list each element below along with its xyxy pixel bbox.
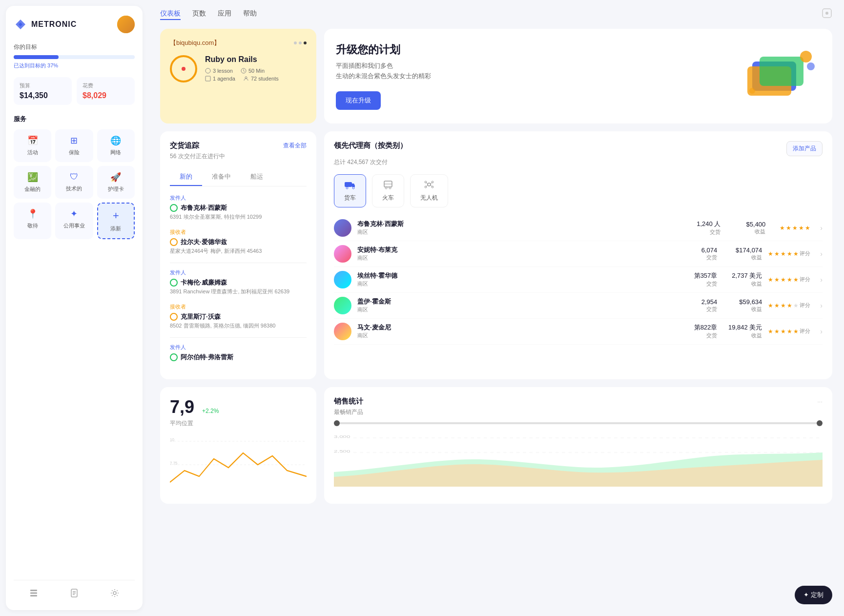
tab-preparing[interactable]: 准备中 bbox=[202, 168, 241, 186]
star: ★ bbox=[774, 250, 780, 257]
service-name-tech: 技术的 bbox=[66, 185, 82, 192]
sender-address-3: 3891 Ranchview 理查森博士, 加利福尼亚州 62639 bbox=[170, 288, 307, 295]
chart-value-row: 7,9 +2.2% bbox=[170, 397, 307, 417]
agent-row: 埃丝特·霍华德 南区 第357章 交货 2,737 美元 收益 ★ bbox=[334, 267, 823, 293]
star: ★ bbox=[768, 276, 773, 283]
public-icon: ✦ bbox=[70, 208, 78, 219]
agent-arrow-5[interactable]: › bbox=[820, 328, 823, 335]
nav-dashboard[interactable]: 仪表板 bbox=[160, 9, 181, 20]
sales-title: 销售统计 bbox=[334, 397, 363, 406]
upgrade-button[interactable]: 现在升级 bbox=[336, 91, 381, 110]
service-item-insurance[interactable]: ⊞ 保险 bbox=[55, 129, 93, 162]
activity-icon: 📅 bbox=[27, 135, 38, 146]
agent-name-area-5: 马文·麦金尼 南区 bbox=[357, 323, 677, 339]
star: ★ bbox=[768, 302, 773, 309]
service-item-public[interactable]: ✦ 公用事业 bbox=[55, 203, 93, 239]
category-tab-truck[interactable]: 货车 bbox=[334, 174, 366, 207]
receiver-circle-4 bbox=[170, 313, 178, 321]
agent-stat-2: 6,074 交货 bbox=[683, 246, 717, 261]
receiver-label-2: 接收者 bbox=[170, 228, 307, 236]
finance-icon: 💹 bbox=[27, 172, 38, 183]
course-ring-inner bbox=[182, 67, 185, 71]
svg-point-20 bbox=[807, 62, 815, 70]
agent-stat-1: 1,240 人 交货 bbox=[686, 220, 720, 236]
avatar[interactable] bbox=[117, 16, 135, 33]
service-item-finance[interactable]: 💹 金融的 bbox=[14, 166, 51, 199]
nav-apps[interactable]: 应用 bbox=[218, 9, 231, 20]
agent-arrow-4[interactable]: › bbox=[820, 302, 823, 309]
agent-transactions-1: 1,240 人 bbox=[686, 220, 720, 228]
svg-rect-2 bbox=[30, 595, 37, 596]
agent-arrow-1[interactable]: › bbox=[820, 224, 823, 232]
agent-rev-label-5: 收益 bbox=[723, 332, 762, 339]
rating-label-5: 评分 bbox=[800, 328, 810, 335]
category-tab-train[interactable]: 火车 bbox=[372, 174, 404, 207]
nav-pages[interactable]: 页数 bbox=[192, 9, 206, 20]
service-item-reception[interactable]: 📍 敬待 bbox=[14, 203, 51, 239]
agent-rev-label-4: 收益 bbox=[723, 306, 762, 313]
rating-label-4: 评分 bbox=[800, 302, 810, 309]
receiver-name-2: 拉尔夫·爱德华兹 bbox=[170, 238, 307, 246]
goal-section: 你的目标 已达到目标的 37% bbox=[14, 43, 135, 69]
slider-thumb-left[interactable] bbox=[334, 420, 340, 426]
category-tab-drone[interactable]: 无人机 bbox=[410, 174, 448, 207]
file-icon[interactable] bbox=[69, 588, 79, 600]
agent-name-2: 安妮特·布莱克 bbox=[357, 246, 677, 254]
tab-shipping[interactable]: 船运 bbox=[241, 168, 273, 186]
service-name-finance: 金融的 bbox=[24, 185, 41, 193]
nav-help[interactable]: 帮助 bbox=[243, 9, 257, 20]
course-body: Ruby on Rails 3 lesson 50 Min bbox=[170, 55, 307, 82]
receiver-name-4: 克里斯汀·沃森 bbox=[170, 312, 307, 321]
layers-icon[interactable] bbox=[29, 588, 39, 600]
sender-label-5: 发件人 bbox=[170, 344, 307, 351]
svg-rect-14 bbox=[206, 76, 210, 81]
tab-new[interactable]: 新的 bbox=[170, 168, 202, 186]
star: ★ bbox=[792, 225, 798, 231]
sender-address-1: 6391 埃尔全圣塞莱斯, 特拉华州 10299 bbox=[170, 213, 307, 221]
gear-icon[interactable] bbox=[110, 588, 120, 600]
train-icon bbox=[382, 180, 394, 192]
delivery-title: 交货追踪 bbox=[170, 141, 199, 150]
star: ★ bbox=[793, 276, 799, 283]
agent-row: 安妮特·布莱克 南区 6,074 交货 $174,074 收益 ★ bbox=[334, 241, 823, 267]
notification-icon[interactable] bbox=[822, 8, 832, 21]
delivery-subtitle: 56 次交付正在进行中 bbox=[170, 152, 307, 161]
chart-label: 平均位置 bbox=[170, 419, 307, 428]
service-name-network: 网络 bbox=[110, 149, 121, 156]
star: ★ bbox=[805, 225, 810, 231]
agent-stars-2: ★ ★ ★ ★ ★ 评分 bbox=[768, 250, 810, 257]
agent-stat-3: 第357章 交货 bbox=[683, 271, 717, 287]
range-slider[interactable] bbox=[334, 422, 823, 424]
agent-arrow-2[interactable]: › bbox=[820, 250, 823, 258]
service-item-activity[interactable]: 📅 活动 bbox=[14, 129, 51, 162]
star: ★ bbox=[780, 225, 785, 231]
agent-row: 布鲁克林·西蒙斯 南区 1,240 人 交货 $5,400 收益 ★ bbox=[334, 215, 823, 241]
slider-thumb-right[interactable] bbox=[817, 420, 823, 426]
customize-button[interactable]: ✦ 定制 bbox=[795, 586, 832, 604]
delivery-item-4: 接收者 克里斯汀·沃森 8502 普雷斯顿路, 英格尔伍德, 缅因州 98380 bbox=[170, 303, 307, 329]
sender-circle-5 bbox=[170, 353, 178, 361]
service-item-network[interactable]: 🌐 网络 bbox=[97, 129, 135, 162]
sender-name-5: 阿尔伯特·弗洛雷斯 bbox=[170, 353, 307, 362]
course-dots bbox=[294, 41, 307, 44]
service-item-tech[interactable]: 🛡 技术的 bbox=[55, 166, 93, 199]
category-name-truck: 货车 bbox=[344, 194, 356, 202]
agent-arrow-3[interactable]: › bbox=[820, 276, 823, 284]
service-item-add[interactable]: + 添新 bbox=[97, 203, 135, 239]
expense-card: 花费 $8,029 bbox=[77, 77, 135, 105]
agent-money-1: $5,400 收益 bbox=[726, 221, 765, 235]
agent-money-5: 19,842 美元 收益 bbox=[723, 323, 762, 339]
slider-track bbox=[334, 422, 823, 424]
service-item-nursing[interactable]: 🚀 护理卡 bbox=[97, 166, 135, 199]
agent-trans-label-5: 交货 bbox=[683, 332, 717, 339]
delivery-item-3: 发件人 卡梅伦·威廉姆森 3891 Ranchview 理查森博士, 加利福尼亚… bbox=[170, 269, 307, 295]
add-product-button[interactable]: 添加产品 bbox=[786, 141, 823, 156]
budget-label: 预算 bbox=[20, 82, 66, 89]
sales-more-icon[interactable]: ··· bbox=[817, 398, 823, 405]
chart-area: 10 7.75 bbox=[170, 435, 307, 494]
upgrade-desc: 平面插图和我们多色 生动的未混合紫色头发女士的精彩 bbox=[336, 61, 431, 82]
delivery-view-all[interactable]: 查看全部 bbox=[283, 142, 307, 150]
agent-rev-label-1: 收益 bbox=[726, 228, 765, 235]
svg-rect-0 bbox=[30, 590, 37, 591]
star: ★ bbox=[793, 328, 799, 335]
